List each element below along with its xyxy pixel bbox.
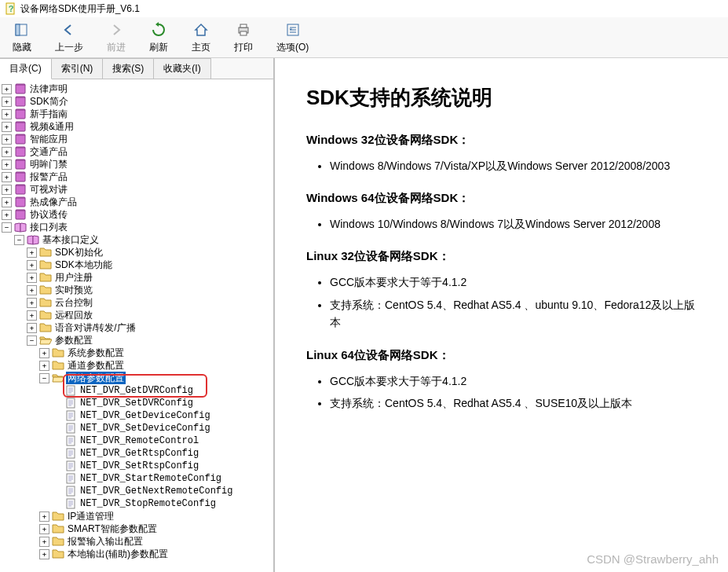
tree-expander[interactable]: + — [39, 348, 49, 358]
tree-label[interactable]: SDK简介 — [28, 95, 70, 108]
tree-label[interactable]: 系统参数配置 — [66, 346, 126, 359]
tree-label[interactable]: 报警产品 — [28, 170, 69, 183]
tree-expander[interactable]: + — [39, 549, 49, 559]
tree-row[interactable]: NET_DVR_GetDVRConfig — [2, 384, 272, 397]
tree-row[interactable]: +实时预览 — [2, 284, 272, 296]
tree-row[interactable]: NET_DVR_GetDeviceConfig — [2, 409, 272, 422]
tree-expander[interactable]: + — [2, 172, 12, 182]
tree-label[interactable]: 用户注册 — [53, 271, 94, 284]
tree-label[interactable]: 接口列表 — [28, 221, 69, 233]
refresh-button[interactable]: 刷新 — [145, 19, 173, 56]
tree-expander[interactable]: + — [2, 122, 12, 132]
tree-label[interactable]: 云台控制 — [53, 296, 94, 309]
tree-label[interactable]: SDK初始化 — [53, 246, 104, 258]
tree-row[interactable]: −接口列表 — [2, 221, 272, 233]
tree-label[interactable]: NET_DVR_SetRtspConfig — [79, 460, 200, 472]
tree-label[interactable]: NET_DVR_GetDeviceConfig — [79, 409, 212, 422]
tree-label[interactable]: 热成像产品 — [28, 196, 79, 208]
tree-label[interactable]: 通道参数配置 — [66, 359, 126, 372]
hide-button[interactable]: 隐藏 — [8, 19, 36, 56]
tree-label[interactable]: 网络参数配置 — [66, 372, 126, 384]
tree-expander[interactable]: + — [27, 260, 37, 270]
tree-row[interactable]: +视频&通用 — [2, 120, 272, 133]
tree-label[interactable]: NET_DVR_SetDeviceConfig — [79, 422, 212, 434]
tree-expander[interactable]: + — [39, 524, 49, 534]
tree-row[interactable]: −网络参数配置 — [2, 372, 272, 384]
tree-label[interactable]: 基本接口定义 — [41, 233, 101, 246]
tree-label[interactable]: SDK本地功能 — [53, 258, 114, 271]
tree-expander[interactable]: + — [27, 273, 37, 283]
tree-row[interactable]: NET_DVR_SetDVRConfig — [2, 397, 272, 409]
tree-row[interactable]: +SDK简介 — [2, 95, 272, 108]
tree-expander[interactable]: + — [2, 147, 12, 157]
tab-search[interactable]: 搜索(S) — [103, 58, 154, 79]
tree-expander[interactable]: + — [2, 160, 12, 170]
tree-expander[interactable]: + — [27, 323, 37, 333]
tree-expander[interactable]: − — [39, 373, 49, 383]
tree-row[interactable]: NET_DVR_RemoteControl — [2, 434, 272, 447]
tree-label[interactable]: 实时预览 — [53, 284, 94, 296]
tree-expander[interactable]: + — [27, 310, 37, 321]
tree-row[interactable]: +新手指南 — [2, 108, 272, 120]
tree-label[interactable]: NET_DVR_GetNextRemoteConfig — [79, 485, 234, 497]
tree-label[interactable]: NET_DVR_GetDVRConfig — [79, 384, 195, 397]
tree-row[interactable]: +SMART智能参数配置 — [2, 522, 272, 535]
tree-row[interactable]: +智能应用 — [2, 133, 272, 145]
tree-label[interactable]: 智能应用 — [28, 133, 69, 145]
tree-row[interactable]: +SDK本地功能 — [2, 258, 272, 271]
options-button[interactable]: 选项(O) — [272, 19, 313, 56]
tree-expander[interactable]: + — [2, 134, 12, 145]
tree-row[interactable]: −基本接口定义 — [2, 233, 272, 246]
tree-expander[interactable]: + — [39, 512, 49, 522]
tree-row[interactable]: +系统参数配置 — [2, 346, 272, 359]
tree-row[interactable]: +远程回放 — [2, 309, 272, 321]
tree-label[interactable]: NET_DVR_SetDVRConfig — [79, 397, 195, 409]
tree-label[interactable]: 交通产品 — [28, 145, 69, 158]
tree-expander[interactable]: + — [39, 537, 49, 547]
tree-row[interactable]: +云台控制 — [2, 296, 272, 309]
tree-label[interactable]: 可视对讲 — [28, 183, 69, 196]
tree-label[interactable]: 协议透传 — [28, 208, 69, 221]
tree-row[interactable]: +语音对讲/转发/广播 — [2, 321, 272, 334]
tree-expander[interactable]: − — [27, 336, 37, 346]
tree-label[interactable]: SMART智能参数配置 — [66, 522, 159, 535]
tree-row[interactable]: +SDK初始化 — [2, 246, 272, 258]
tree-label[interactable]: 本地输出(辅助)参数配置 — [66, 548, 170, 560]
tree-label[interactable]: 语音对讲/转发/广播 — [53, 321, 137, 334]
tree-label[interactable]: 视频&通用 — [28, 120, 75, 133]
tree-view[interactable]: +法律声明+SDK简介+新手指南+视频&通用+智能应用+交通产品+明眸门禁+报警… — [0, 79, 273, 572]
tree-expander[interactable]: + — [2, 197, 12, 207]
tab-contents[interactable]: 目录(C) — [0, 58, 52, 79]
tree-row[interactable]: +报警产品 — [2, 170, 272, 183]
tree-expander[interactable]: + — [27, 248, 37, 258]
tab-index[interactable]: 索引(N) — [52, 58, 104, 79]
tree-row[interactable]: +可视对讲 — [2, 183, 272, 196]
tree-row[interactable]: +报警输入输出配置 — [2, 535, 272, 548]
tree-row[interactable]: +协议透传 — [2, 208, 272, 221]
tab-favorites[interactable]: 收藏夹(I) — [154, 58, 210, 79]
tree-label[interactable]: NET_DVR_RemoteControl — [79, 434, 200, 447]
back-button[interactable]: 上一步 — [50, 19, 88, 56]
tree-label[interactable]: 明眸门禁 — [28, 158, 69, 170]
tree-row[interactable]: NET_DVR_SetRtspConfig — [2, 460, 272, 472]
tree-label[interactable]: 报警输入输出配置 — [66, 535, 145, 548]
tree-expander[interactable]: + — [2, 109, 12, 119]
tree-row[interactable]: +本地输出(辅助)参数配置 — [2, 548, 272, 560]
tree-row[interactable]: NET_DVR_StopRemoteConfig — [2, 497, 272, 510]
tree-row[interactable]: +明眸门禁 — [2, 158, 272, 170]
tree-expander[interactable]: + — [39, 361, 49, 371]
tree-row[interactable]: +法律声明 — [2, 82, 272, 95]
tree-label[interactable]: NET_DVR_StopRemoteConfig — [79, 497, 218, 510]
home-button[interactable]: 主页 — [187, 19, 215, 56]
tree-row[interactable]: NET_DVR_GetRtspConfig — [2, 447, 272, 460]
tree-expander[interactable]: + — [2, 84, 12, 94]
tree-row[interactable]: −参数配置 — [2, 334, 272, 346]
tree-row[interactable]: +热成像产品 — [2, 196, 272, 208]
tree-label[interactable]: IP通道管理 — [66, 510, 115, 522]
tree-label[interactable]: 法律声明 — [28, 82, 69, 95]
tree-expander[interactable]: − — [14, 235, 24, 245]
tree-row[interactable]: +用户注册 — [2, 271, 272, 284]
tree-label[interactable]: 参数配置 — [53, 334, 94, 346]
tree-expander[interactable]: + — [27, 298, 37, 308]
tree-row[interactable]: NET_DVR_StartRemoteConfig — [2, 472, 272, 485]
